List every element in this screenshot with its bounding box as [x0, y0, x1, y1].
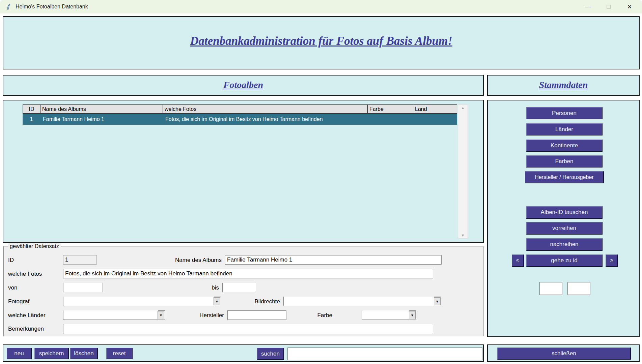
- close-button[interactable]: ✕: [619, 0, 640, 13]
- scroll-down-icon[interactable]: ▼: [461, 232, 465, 238]
- table-row-selected[interactable]: 1 Familie Tarmann Heimo 1 Fotos, die sic…: [23, 114, 457, 125]
- column-header-farbe[interactable]: Farbe: [368, 105, 413, 113]
- page-title: Datenbankadministration für Fotos auf Ba…: [3, 34, 639, 48]
- minimize-icon: —: [585, 3, 591, 10]
- maximize-button[interactable]: [598, 0, 619, 13]
- hersteller-herausgeber-button[interactable]: Hersteller / Herausgeber: [525, 171, 604, 183]
- id-field[interactable]: [63, 255, 97, 265]
- app-window: Heimo's Fotoalben Datenbank — ✕ Datenban…: [0, 0, 642, 364]
- personen-button[interactable]: Personen: [526, 107, 603, 119]
- kontinente-button[interactable]: Kontinente: [526, 140, 603, 152]
- hersteller-label: Hersteller: [190, 312, 224, 319]
- next-id-button[interactable]: ≥: [606, 254, 618, 267]
- bemerkungen-label: Bemerkungen: [8, 326, 44, 332]
- column-header-name[interactable]: Name des Albums: [40, 105, 163, 113]
- farbe-label: Farbe: [313, 312, 332, 319]
- dropdown-arrow-icon[interactable]: ▼: [158, 311, 164, 319]
- album-table-header: ID Name des Albums welche Fotos Farbe La…: [23, 104, 457, 114]
- prev-id-button[interactable]: ≤: [512, 254, 524, 267]
- welche-laender-label: welche Länder: [8, 312, 46, 319]
- schliessen-button[interactable]: schließen: [497, 347, 631, 360]
- hersteller-field[interactable]: [227, 310, 286, 320]
- table-scrollbar[interactable]: ▲ ▼: [458, 104, 468, 239]
- cell-welche-fotos: Fotos, die sich im Original im Besitz vo…: [163, 114, 367, 125]
- bildrechte-combobox-field[interactable]: [284, 297, 434, 305]
- column-header-welche-fotos[interactable]: welche Fotos: [163, 105, 368, 113]
- album-table: ID Name des Albums welche Fotos Farbe La…: [23, 104, 457, 125]
- fotoalben-title: Fotoalben: [3, 80, 483, 90]
- fotoalben-header-panel: Fotoalben: [3, 75, 484, 96]
- action-bar-panel: neu speichern löschen reset suchen: [3, 344, 484, 362]
- name-label: Name des Albums: [166, 257, 222, 264]
- fotograf-combobox-field[interactable]: [63, 297, 214, 305]
- nachreihen-button[interactable]: nachreihen: [526, 238, 603, 251]
- gehe-zu-id-button[interactable]: gehe zu id: [526, 254, 603, 267]
- cell-land: [413, 114, 457, 125]
- farben-button[interactable]: Farben: [526, 155, 603, 168]
- header-banner-panel: Datenbankadministration für Fotos auf Ba…: [3, 16, 640, 69]
- cell-id: 1: [23, 114, 40, 125]
- farbe-combobox[interactable]: ▼: [362, 310, 416, 320]
- fotoalben-panel: ID Name des Albums welche Fotos Farbe La…: [3, 100, 484, 243]
- swap-id-field-1[interactable]: [539, 282, 562, 295]
- minimize-button[interactable]: —: [577, 0, 598, 13]
- vorreihen-button[interactable]: vorreihen: [526, 222, 603, 235]
- titlebar: Heimo's Fotoalben Datenbank — ✕: [0, 0, 642, 13]
- cell-name: Familie Tarmann Heimo 1: [40, 114, 163, 125]
- farbe-combobox-field[interactable]: [362, 310, 409, 319]
- swap-id-field-2[interactable]: [567, 282, 590, 295]
- column-header-id[interactable]: ID: [23, 105, 40, 113]
- stammdaten-panel: Personen Länder Kontinente Farben Herste…: [487, 100, 640, 337]
- neu-button[interactable]: neu: [7, 348, 32, 359]
- stammdaten-header-panel: Stammdaten: [487, 75, 640, 96]
- loeschen-button[interactable]: löschen: [70, 348, 98, 359]
- selected-record-frame: gewählter Datensatz ID Name des Albums w…: [3, 246, 484, 336]
- bildrechte-label: Bildrechte: [240, 298, 280, 305]
- fotograf-combobox[interactable]: ▼: [63, 297, 221, 306]
- window-controls: — ✕: [577, 0, 640, 13]
- id-label: ID: [8, 257, 14, 264]
- von-label: von: [8, 284, 17, 291]
- maximize-icon: [607, 5, 611, 9]
- frame-legend: gewählter Datensatz: [8, 243, 61, 249]
- scroll-up-icon[interactable]: ▲: [461, 105, 465, 111]
- close-icon: ✕: [627, 3, 632, 10]
- suchen-button[interactable]: suchen: [257, 348, 284, 360]
- welche-fotos-field[interactable]: [63, 269, 433, 278]
- welche-fotos-label: welche Fotos: [8, 271, 42, 277]
- close-bar-panel: schließen: [487, 344, 640, 362]
- laender-button[interactable]: Länder: [526, 123, 603, 135]
- fotograf-label: Fotograf: [8, 298, 29, 305]
- reset-button[interactable]: reset: [106, 348, 133, 359]
- dropdown-arrow-icon[interactable]: ▼: [214, 297, 220, 305]
- von-field[interactable]: [63, 283, 103, 292]
- bemerkungen-field[interactable]: [63, 324, 433, 334]
- stammdaten-title: Stammdaten: [488, 80, 639, 90]
- cell-farbe: [367, 114, 413, 125]
- welche-laender-combobox[interactable]: ▼: [63, 310, 165, 320]
- python-feather-icon: [5, 3, 13, 10]
- bis-label: bis: [205, 284, 219, 291]
- alben-id-tauschen-button[interactable]: Alben-ID tauschen: [526, 206, 603, 219]
- dropdown-arrow-icon[interactable]: ▼: [434, 297, 441, 305]
- album-name-field[interactable]: [225, 255, 442, 265]
- dropdown-arrow-icon[interactable]: ▼: [409, 311, 416, 319]
- column-header-land[interactable]: Land: [413, 105, 457, 113]
- speichern-button[interactable]: speichern: [34, 348, 69, 359]
- bis-field[interactable]: [222, 283, 256, 292]
- search-input[interactable]: [287, 347, 482, 360]
- welche-laender-combobox-field[interactable]: [63, 310, 158, 319]
- window-title: Heimo's Fotoalben Datenbank: [16, 0, 88, 13]
- bildrechte-combobox[interactable]: ▼: [283, 297, 441, 306]
